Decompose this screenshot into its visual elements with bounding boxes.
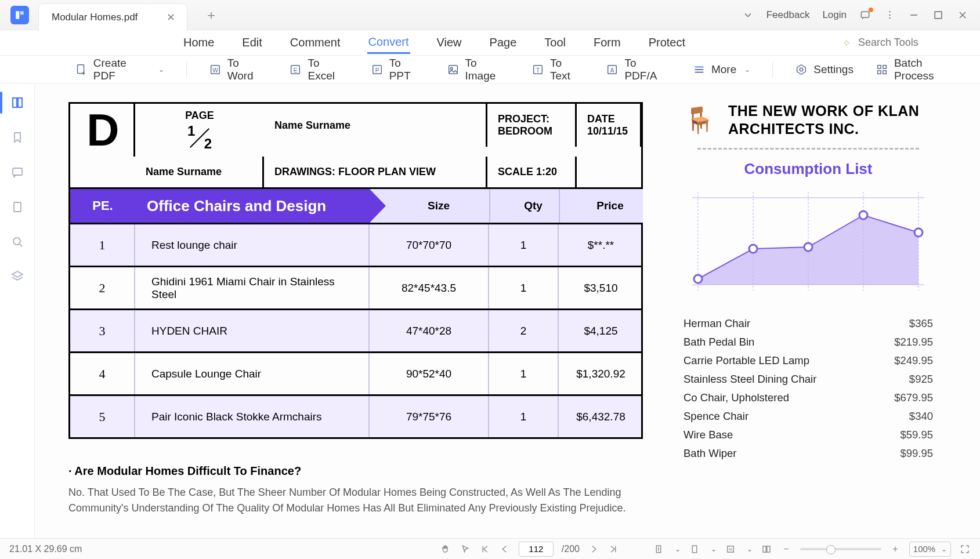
price-list: Herman Chair$365Bath Pedal Bin$219.95Car…	[684, 317, 933, 460]
drawings-label: DRAWINGS: FLOOR PLAN VIEW	[264, 157, 487, 187]
titlebar: Modular Homes.pdf ✕ ＋ Feedback Login ⋮	[0, 0, 980, 30]
chevron-down-icon[interactable]	[742, 9, 754, 21]
batch-button[interactable]: Batch Process	[871, 55, 968, 85]
svg-text:W: W	[212, 67, 218, 73]
header-title: Office Chairs and Design	[147, 197, 326, 215]
header-size: Size	[370, 189, 489, 223]
view-single-icon[interactable]	[689, 543, 700, 555]
feedback-link[interactable]: Feedback	[766, 9, 810, 21]
consumption-chart	[684, 186, 933, 302]
menu-protect[interactable]: Protect	[648, 32, 686, 53]
menu-view[interactable]: View	[436, 32, 463, 53]
minimize-icon[interactable]	[908, 9, 920, 21]
to-image-button[interactable]: To Image	[442, 55, 514, 85]
tab[interactable]: Modular Homes.pdf ✕	[38, 3, 187, 31]
title-block: D Name Surname PROJECT: BEDROOM DATE 10/…	[68, 102, 643, 189]
menu-edit[interactable]: Edit	[241, 32, 263, 53]
search-icon[interactable]	[10, 234, 25, 249]
to-ppt-button[interactable]: PTo PPT	[366, 55, 429, 85]
new-tab-button[interactable]: ＋	[205, 6, 218, 24]
scale-label: SCALE 1:20	[487, 157, 577, 187]
faq-answer: No. That Used To Be The Case, But The Sh…	[68, 485, 643, 516]
svg-point-31	[13, 238, 20, 245]
next-page-icon[interactable]	[588, 543, 599, 555]
excel-icon: E	[289, 63, 302, 76]
svg-text:%: %	[729, 547, 732, 551]
svg-point-13	[450, 67, 453, 70]
svg-rect-28	[18, 98, 22, 107]
last-page-icon[interactable]	[607, 543, 619, 555]
date-label: DATE 10/11/15	[577, 104, 642, 147]
menu-form[interactable]: Form	[592, 32, 622, 53]
svg-text:E: E	[294, 67, 298, 73]
document-page: D Name Surname PROJECT: BEDROOM DATE 10/…	[68, 102, 643, 527]
zoom-in-icon[interactable]: +	[889, 543, 901, 555]
to-word-button[interactable]: WTo Word	[204, 55, 272, 85]
more-icon[interactable]: ⋮	[884, 9, 895, 21]
layers-icon[interactable]	[10, 269, 25, 284]
chair-icon: 🪑	[684, 105, 715, 135]
right-panel: 🪑 THE NEW WORK OF KLAN ARCHITECTS INC. C…	[684, 102, 933, 527]
menu-home[interactable]: Home	[182, 32, 215, 53]
svg-rect-30	[14, 202, 21, 212]
zoom-out-icon[interactable]: −	[780, 543, 792, 555]
view-two-icon[interactable]	[761, 543, 772, 555]
table-row: 5Pair Iconic Black Stokke Armchairs79*75…	[70, 394, 641, 437]
svg-rect-29	[13, 168, 22, 175]
list-item: Carrie Portable LED Lamp$249.95	[684, 354, 933, 367]
name-1: Name Surname	[264, 104, 487, 147]
bookmark-icon[interactable]	[10, 130, 25, 145]
attachment-icon[interactable]	[10, 199, 25, 215]
menu-convert[interactable]: Convert	[367, 32, 410, 54]
menu-tool[interactable]: Tool	[543, 32, 567, 53]
panel-title: THE NEW WORK OF KLAN ARCHITECTS INC.	[728, 102, 933, 139]
search-input[interactable]	[858, 37, 963, 49]
maximize-icon[interactable]	[932, 9, 944, 21]
svg-rect-23	[878, 65, 881, 68]
to-excel-button[interactable]: ETo Excel	[284, 55, 353, 85]
name-2: Name Surname	[135, 157, 264, 187]
search-tools[interactable]: ⟡	[843, 37, 963, 49]
svg-marker-21	[797, 64, 806, 74]
svg-point-39	[694, 275, 702, 283]
login-link[interactable]: Login	[822, 9, 847, 21]
svg-rect-45	[692, 546, 697, 553]
comment-icon[interactable]	[10, 165, 25, 180]
hand-icon[interactable]	[440, 543, 451, 555]
list-item: Stainless Steel Dining Chair$925	[684, 373, 933, 386]
menu-comment[interactable]: Comment	[289, 32, 342, 53]
to-pdfa-button[interactable]: ATo PDF/A	[601, 55, 675, 85]
notification-icon[interactable]	[859, 9, 871, 21]
more-button[interactable]: More⌄	[688, 61, 755, 78]
first-page-icon[interactable]	[479, 543, 491, 555]
table-row: 3HYDEN CHAIR47*40*282$4,125	[70, 308, 641, 351]
zoom-value[interactable]: 100%⌄	[909, 542, 951, 557]
prev-page-icon[interactable]	[499, 543, 511, 555]
close-icon[interactable]: ✕	[167, 11, 175, 24]
settings-button[interactable]: Settings	[790, 61, 858, 78]
list-item: Bath Pedal Bin$219.95	[684, 336, 933, 349]
page-number-input[interactable]	[519, 542, 554, 557]
select-icon[interactable]	[460, 543, 471, 555]
faq-section: · Are Modular Homes Difficult To Finance…	[68, 464, 643, 516]
list-item: Co Chair, Upholstered$679.95	[684, 391, 933, 404]
svg-text:P: P	[375, 67, 379, 73]
window-close-icon[interactable]	[957, 9, 968, 21]
page-fraction: PAGE 12	[135, 104, 264, 157]
app-icon[interactable]	[10, 6, 29, 24]
zoom-slider[interactable]	[800, 548, 881, 550]
fullscreen-icon[interactable]	[959, 543, 971, 555]
thumbnails-icon[interactable]	[10, 95, 25, 110]
header-price: Price	[559, 189, 643, 223]
items-table: PE. Office Chairs and Design Size Qty Pr…	[68, 189, 643, 439]
menu-page[interactable]: Page	[489, 32, 518, 53]
tab-title: Modular Homes.pdf	[52, 12, 138, 23]
fit-height-icon[interactable]	[653, 543, 664, 555]
page-dimensions: 21.01 X 29.69 cm	[9, 544, 82, 554]
to-text-button[interactable]: TTo Text	[527, 55, 588, 85]
svg-point-40	[749, 245, 757, 253]
settings-icon	[795, 63, 808, 76]
faq-question: · Are Modular Homes Difficult To Finance…	[68, 464, 643, 478]
create-pdf-button[interactable]: Create PDF⌄	[70, 55, 169, 85]
view-percent-icon[interactable]: %	[725, 543, 736, 555]
